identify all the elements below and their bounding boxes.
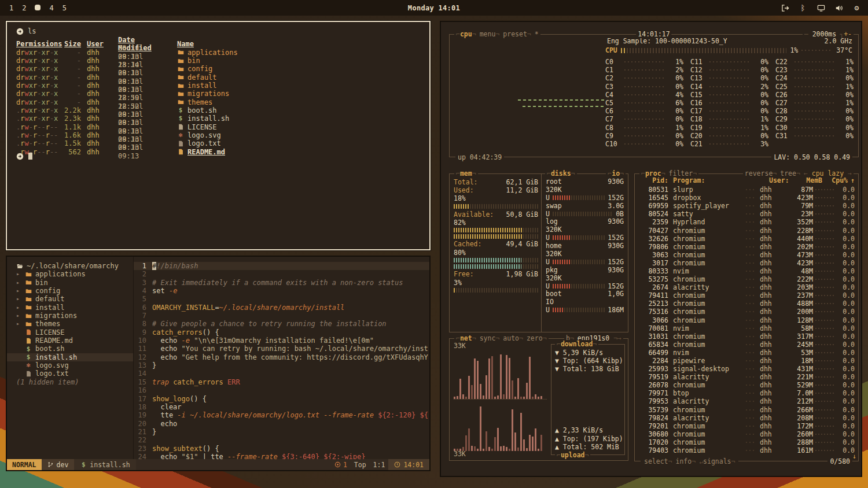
code-line-5: 5 bbox=[134, 295, 429, 303]
process-row-53275[interactable]: 53275chromiumdhh222M0.0 bbox=[638, 275, 855, 283]
reverse-button[interactable]: reverse bbox=[743, 169, 778, 178]
process-row-30680[interactable]: 30680chromiumdhh260M0.0 bbox=[638, 430, 855, 438]
process-row-69959[interactable]: 69959spotify_playerdhh79M0.0 bbox=[638, 202, 855, 210]
process-row-3066[interactable]: 3066chromiumdhh128M0.0 bbox=[638, 316, 855, 324]
interval-controls[interactable]: +- bbox=[838, 30, 854, 38]
tree-item-boot.sh[interactable]: $boot.sh bbox=[7, 345, 133, 353]
tree-item-logo.txt[interactable]: logo.txt bbox=[7, 369, 133, 378]
process-row-80531[interactable]: 80531slurpdhh87M0.0 bbox=[638, 186, 855, 194]
info-button[interactable]: info bbox=[674, 457, 697, 465]
process-row-70081[interactable]: 70081nvimdhh58M0.0 bbox=[638, 324, 855, 332]
process-row-16545[interactable]: 16545dropboxdhh423M0.0 bbox=[638, 194, 855, 202]
disk-used-meter bbox=[553, 235, 605, 240]
net-auto-button[interactable]: auto bbox=[501, 334, 525, 342]
tree-item-install.sh[interactable]: $install.sh bbox=[7, 353, 133, 361]
filter-button[interactable]: filter bbox=[667, 169, 698, 178]
process-row-17020[interactable]: 17020chromiumdhh288M0.0 bbox=[638, 438, 855, 446]
code-line-7: 7 bbox=[134, 312, 429, 320]
mem-meter bbox=[454, 258, 538, 263]
process-row-26078[interactable]: 26078chromiumdhh529M0.0 bbox=[638, 381, 855, 389]
process-table-header[interactable]: Pid: Program: User: MemB Cpu% ↑ bbox=[638, 176, 855, 184]
workspace-4[interactable]: 4 bbox=[49, 4, 53, 12]
core-C18: C181% bbox=[690, 115, 768, 123]
workspace-3[interactable] bbox=[35, 4, 41, 12]
process-row-75316[interactable]: 75316chromiumdhh200M0.0 bbox=[638, 308, 855, 316]
dir-icon bbox=[177, 91, 184, 97]
tree-item--1-hidden-item-[interactable]: (1 hidden item) bbox=[7, 378, 133, 386]
tree-item-themes[interactable]: ▸themes bbox=[7, 320, 133, 328]
signals-button[interactable]: signals bbox=[697, 457, 737, 465]
mem-stat-total: Total:62,1 GiB bbox=[454, 178, 538, 186]
tree-button[interactable]: tree bbox=[778, 169, 802, 178]
tree-item--.local-share-omarchy[interactable]: ~/.local/share/omarchy bbox=[7, 262, 133, 270]
process-row-3017[interactable]: 3017chromiumdhh423M0.0 bbox=[638, 259, 855, 267]
process-row-25213[interactable]: 25213chromiumdhh488M0.0 bbox=[638, 300, 855, 308]
process-row-79201[interactable]: 79201chromiumdhh172M0.0 bbox=[638, 422, 855, 430]
process-row-2359[interactable]: 2359Hyprlanddhh352M0.0 bbox=[638, 218, 855, 226]
process-row-79411[interactable]: 79411chromiumdhh237M0.0 bbox=[638, 291, 855, 300]
logout-icon[interactable] bbox=[781, 3, 789, 12]
sort-selector[interactable]: cpu lazy bbox=[802, 169, 854, 178]
process-row-79953[interactable]: 79953alacrittydhh212M0.0 bbox=[638, 397, 855, 405]
editor-window: ~/.local/share/omarchy▸applications▸bin▸… bbox=[6, 256, 431, 471]
workspace-1[interactable]: 1 bbox=[9, 4, 13, 12]
process-row-25993[interactable]: 25993signal-desktopdhh431M0.0 bbox=[638, 365, 855, 373]
menu-button[interactable]: menu bbox=[478, 30, 502, 38]
core-C13: C130% bbox=[690, 74, 768, 82]
tree-item-bin[interactable]: ▸bin bbox=[7, 279, 133, 287]
terminal-output: ls PermissionsSizeUserDate ModifiedNamed… bbox=[7, 22, 429, 249]
dir-icon bbox=[177, 49, 184, 56]
download-top: ▼ Top: (664 Kibp) bbox=[555, 357, 621, 365]
upload-label: upload bbox=[555, 451, 590, 459]
readme-icon bbox=[177, 149, 184, 155]
core-grid: C01%C12%C20%C30%C44%C56%C60%C70%C81%C90%… bbox=[605, 58, 854, 148]
core-C26: C260% bbox=[775, 91, 854, 99]
tree-item-applications[interactable]: ▸applications bbox=[7, 270, 133, 278]
tree-item-README.md[interactable]: README.md bbox=[7, 337, 133, 345]
volume-icon[interactable] bbox=[834, 3, 843, 12]
process-row-80524[interactable]: 80524sattydhh23M0.0 bbox=[638, 210, 855, 218]
io-label[interactable]: io bbox=[606, 169, 626, 178]
code-editor[interactable]: 1#!/bin/bash23# Exit immediately if a co… bbox=[133, 257, 429, 459]
disk-home: home930G bbox=[546, 242, 624, 250]
process-row-70427[interactable]: 70427chromiumdhh228M0.0 bbox=[638, 226, 855, 234]
process-row-65834[interactable]: 65834chromiumdhh245M0.0 bbox=[638, 341, 855, 349]
display-icon[interactable] bbox=[816, 3, 825, 12]
process-count: 0/580 bbox=[827, 457, 852, 465]
file-listing: PermissionsSizeUserDate ModifiedNamedrwx… bbox=[16, 36, 429, 152]
tree-item-migrations[interactable]: ▸migrations bbox=[7, 312, 133, 320]
process-row-66499[interactable]: 66499nvimdhh53M0.0 bbox=[638, 349, 855, 357]
workspace-5[interactable]: 5 bbox=[62, 4, 67, 12]
process-row-35739[interactable]: 35739chromiumdhh266M0.0 bbox=[638, 406, 855, 414]
tree-item-default[interactable]: ▸default bbox=[7, 295, 133, 303]
tree-item-LICENSE[interactable]: LICENSE bbox=[7, 328, 133, 337]
net-zero-button[interactable]: zero bbox=[525, 334, 549, 342]
process-row-79824[interactable]: 79824alacrittydhh208M0.0 bbox=[638, 414, 855, 422]
process-row-32626[interactable]: 32626chromiumdhh440M0.0 bbox=[638, 235, 855, 243]
bluetooth-icon[interactable]: ᛒ bbox=[799, 3, 807, 12]
core-C10: C100% bbox=[605, 140, 683, 148]
tree-item-config[interactable]: ▸config bbox=[7, 287, 133, 295]
tree-item-logo.svg[interactable]: ✻logo.svg bbox=[7, 361, 133, 369]
process-row-79403[interactable]: 79403chromiumdhh161M0.0 bbox=[638, 446, 855, 453]
process-row-80333[interactable]: 80333nvimdhh48M0.0 bbox=[638, 267, 855, 275]
settings-icon[interactable]: ⚙ bbox=[852, 3, 861, 12]
git-branch: dev bbox=[42, 459, 75, 470]
process-row-3063[interactable]: 3063chromiumdhh473M0.0 bbox=[638, 251, 855, 259]
process-row-79519[interactable]: 79519alacrittydhh221M0.0 bbox=[638, 373, 855, 381]
mem-stat-cached: Cached:49,4 GiB bbox=[454, 240, 538, 248]
process-row-79806[interactable]: 79806chromiumdhh202M0.0 bbox=[638, 243, 855, 251]
diagnostics-count: 1 bbox=[331, 459, 351, 470]
process-row-79971[interactable]: 79971btopdhh7.0M0.0 bbox=[638, 389, 855, 397]
tree-item-install[interactable]: ▸install bbox=[7, 304, 133, 312]
scroll-down-icon[interactable]: ↓ bbox=[852, 452, 856, 460]
select-button[interactable]: select bbox=[642, 457, 674, 465]
preset-button[interactable]: preset bbox=[501, 30, 532, 38]
core-C11: C110% bbox=[690, 58, 768, 66]
net-sync-button[interactable]: sync bbox=[478, 334, 502, 342]
workspace-2[interactable]: 2 bbox=[22, 4, 26, 12]
prompt-icon bbox=[16, 153, 24, 160]
process-row-2284[interactable]: 2284pipewiredhh18M0.0 bbox=[638, 357, 855, 365]
process-row-31031[interactable]: 31031chromiumdhh317M0.0 bbox=[638, 332, 855, 341]
process-row-2674[interactable]: 2674alacrittydhh203M0.0 bbox=[638, 283, 855, 291]
